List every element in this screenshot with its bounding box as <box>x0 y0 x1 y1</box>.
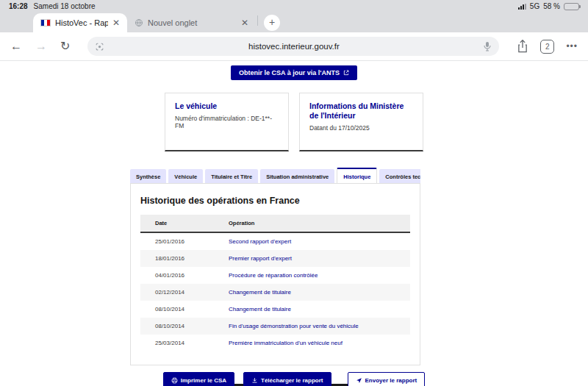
row-operation: Première immatriculation d'un véhicule n… <box>214 335 410 351</box>
row-operation: Changement de titulaire <box>214 284 410 301</box>
vehicle-card: Le véhicule Numéro d'immatriculation : D… <box>165 93 289 151</box>
table-row: 02/12/2014 Changement de titulaire <box>140 284 410 301</box>
menu-icon[interactable]: ••• <box>566 41 578 51</box>
footer-actions: Imprimer le CSA Télécharger le rapport E… <box>0 372 588 386</box>
tab-title: Nouvel onglet <box>148 18 237 27</box>
summary-cards: Le véhicule Numéro d'immatriculation : D… <box>0 93 588 151</box>
report-tabs: Synthèse Véhicule Titulaire et Titre Sit… <box>130 168 420 184</box>
ministry-card: Informations du Ministère de l'Intérieur… <box>299 93 423 151</box>
clock: 16:28 <box>9 2 28 10</box>
row-operation: Fin d'usage démonstration pour vente du … <box>214 318 410 335</box>
cellular-signal-icon <box>518 4 526 10</box>
close-tab-icon[interactable]: ✕ <box>112 18 120 28</box>
vehicle-card-title: Le véhicule <box>175 101 279 111</box>
print-csa-label: Imprimer le CSA <box>181 377 226 384</box>
new-tab-button[interactable]: + <box>264 15 280 31</box>
external-link-icon <box>343 70 349 76</box>
status-date: Samedi 18 octobre <box>34 2 96 10</box>
tab-historique[interactable]: Historique <box>337 168 377 184</box>
back-button[interactable]: ← <box>10 40 22 52</box>
tab-separator <box>257 15 258 26</box>
address-bar[interactable]: histovec.interieur.gouv.fr <box>87 37 499 56</box>
tab-synthese[interactable]: Synthèse <box>130 169 166 184</box>
forward-button: → <box>35 40 47 52</box>
row-date: 25/03/2014 <box>140 335 214 351</box>
battery-icon <box>564 3 579 10</box>
vehicle-card-body: Numéro d'immatriculation : DE-1**-FM <box>175 115 279 129</box>
histovec-page: Obtenir le CSA à jour via l'ANTS Le véhi… <box>0 65 588 386</box>
share-icon[interactable] <box>517 40 528 53</box>
obtain-csa-button[interactable]: Obtenir le CSA à jour via l'ANTS <box>231 65 357 80</box>
tab-controles-techniques[interactable]: Contrôles techniques <box>379 169 420 184</box>
history-title: Historique des opérations en France <box>140 196 410 206</box>
table-row: 18/01/2016 Premier rapport d'expert <box>140 250 410 267</box>
url-text[interactable]: histovec.interieur.gouv.fr <box>104 42 483 51</box>
row-date: 18/01/2016 <box>140 250 214 267</box>
browser-tab-histovec[interactable]: HistoVec - Rapport vend ✕ <box>33 13 127 32</box>
table-row: 25/01/2016 Second rapport d'expert <box>140 232 410 250</box>
network-type: 5G <box>530 2 539 10</box>
table-row: 08/10/2014 Changement de titulaire <box>140 301 410 318</box>
tab-situation-administrative[interactable]: Situation administrative <box>260 169 334 184</box>
row-operation: Premier rapport d'expert <box>214 250 410 267</box>
download-report-button[interactable]: Télécharger le rapport <box>243 372 331 386</box>
battery-percent: 58 % <box>543 2 560 10</box>
row-operation: Second rapport d'expert <box>214 232 410 250</box>
tab-title: HistoVec - Rapport vend <box>55 18 108 27</box>
table-header-row: Date Opération <box>140 215 410 232</box>
download-report-label: Télécharger le rapport <box>261 377 323 384</box>
globe-icon <box>135 18 143 27</box>
row-operation: Changement de titulaire <box>214 301 410 318</box>
microphone-icon[interactable] <box>483 41 492 51</box>
tab-switcher-button[interactable]: 2 <box>540 40 554 54</box>
history-table: Date Opération 25/01/2016 Second rapport… <box>140 215 410 351</box>
browser-toolbar: ← → ↻ histovec.interieur.gouv.fr 2 ••• <box>0 32 588 61</box>
send-icon <box>356 377 362 384</box>
lens-icon[interactable] <box>95 42 104 51</box>
table-row: 25/03/2014 Première immatriculation d'un… <box>140 335 410 351</box>
row-operation: Procédure de réparation contrôlée <box>214 267 410 284</box>
ministry-card-body: Datant du 17/10/2025 <box>309 124 413 132</box>
column-header-operation: Opération <box>214 215 410 232</box>
table-row: 04/01/2016 Procédure de réparation contr… <box>140 267 410 284</box>
print-csa-button[interactable]: Imprimer le CSA <box>163 372 234 386</box>
close-tab-icon[interactable]: ✕ <box>241 18 248 28</box>
row-date: 08/10/2014 <box>140 318 214 335</box>
history-panel: Historique des opérations en France Date… <box>130 183 420 365</box>
row-date: 04/01/2016 <box>140 267 214 284</box>
ministry-card-title: Informations du Ministère de l'Intérieur <box>309 101 413 121</box>
tab-titulaire-et-titre[interactable]: Titulaire et Titre <box>205 169 258 184</box>
browser-tab-new[interactable]: Nouvel onglet ✕ <box>127 13 256 32</box>
download-icon <box>251 377 258 384</box>
row-date: 08/10/2014 <box>140 301 214 318</box>
obtain-csa-label: Obtenir le CSA à jour via l'ANTS <box>239 69 340 76</box>
tab-vehicule[interactable]: Véhicule <box>168 169 203 184</box>
send-report-button[interactable]: Envoyer le rapport <box>348 372 426 386</box>
table-row: 08/10/2014 Fin d'usage démonstration pou… <box>140 318 410 335</box>
row-date: 25/01/2016 <box>140 232 214 250</box>
reload-button[interactable]: ↻ <box>60 40 70 52</box>
status-bar: 16:28 Samedi 18 octobre 5G 58 % <box>0 0 588 12</box>
column-header-date: Date <box>140 215 214 232</box>
send-report-label: Envoyer le rapport <box>365 377 417 384</box>
browser-tab-strip: HistoVec - Rapport vend ✕ Nouvel onglet … <box>0 12 588 32</box>
french-flag-favicon <box>40 19 51 26</box>
row-date: 02/12/2014 <box>140 284 214 301</box>
printer-icon <box>171 377 178 384</box>
